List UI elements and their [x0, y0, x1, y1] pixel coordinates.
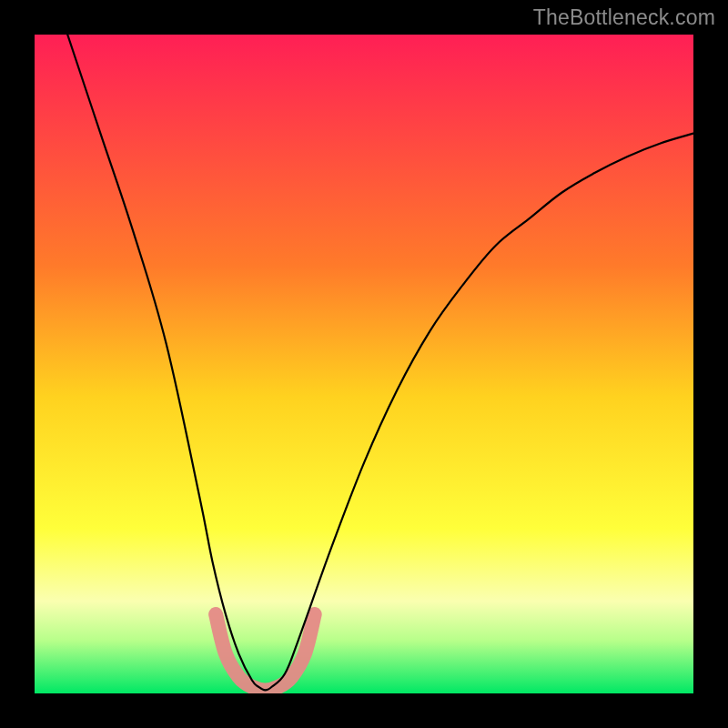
highlight-band: [216, 614, 315, 690]
chart-frame: TheBottleneck.com: [0, 0, 728, 728]
curve-layer: [35, 35, 693, 693]
watermark-text: TheBottleneck.com: [533, 5, 715, 30]
bottleneck-curve: [67, 35, 693, 690]
plot-area: [35, 35, 693, 693]
